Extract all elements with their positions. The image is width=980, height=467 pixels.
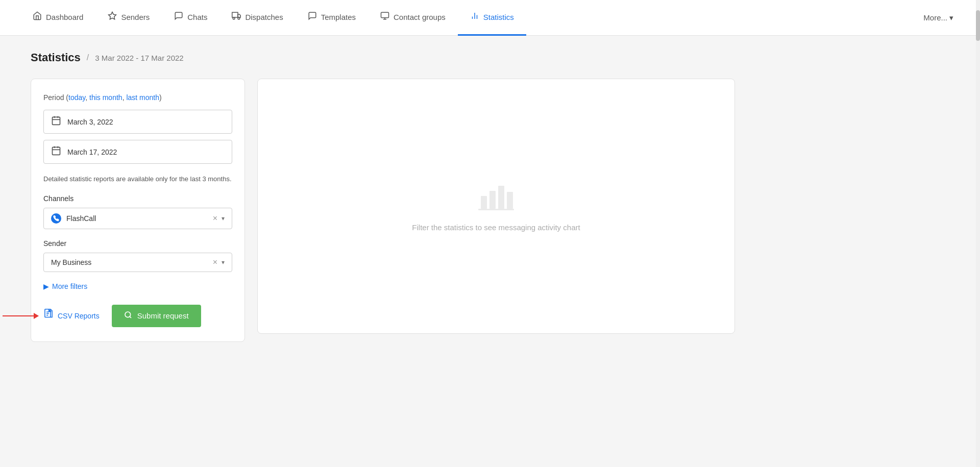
contact-groups-icon [380, 11, 389, 22]
nav-items-list: Dashboard Senders Chats Dispatches [20, 0, 917, 36]
sender-chevron-icon[interactable]: ▾ [222, 259, 225, 266]
more-filters-arrow-icon: ▶ [43, 282, 49, 290]
nav-item-dispatches[interactable]: Dispatches [219, 0, 295, 36]
right-panel: Filter the statistics to see messaging a… [257, 79, 735, 334]
svg-rect-11 [53, 117, 60, 125]
calendar-to-icon [51, 145, 61, 158]
nav-item-senders[interactable]: Senders [95, 0, 162, 36]
nav-label-templates: Templates [321, 13, 356, 21]
svg-point-4 [238, 17, 240, 19]
channels-label: Channels [43, 194, 232, 203]
period-last-month-link[interactable]: last month [126, 93, 159, 102]
dashboard-icon [33, 11, 42, 22]
empty-chart-text: Filter the statistics to see messaging a… [412, 223, 580, 232]
page-content: Statistics / 3 Mar 2022 - 17 Mar 2022 Pe… [0, 36, 766, 357]
sender-selected-value: My Business [51, 258, 208, 266]
top-navigation: Dashboard Senders Chats Dispatches [0, 0, 980, 36]
submit-label: Submit request [137, 311, 189, 320]
csv-reports-link[interactable]: CSV Reports [43, 309, 100, 323]
svg-rect-25 [481, 196, 487, 209]
bottom-actions: CSV Reports Submit request [43, 305, 232, 327]
dispatches-icon [232, 11, 241, 22]
svg-line-24 [130, 316, 131, 318]
more-filters-label: More filters [52, 282, 87, 290]
svg-point-23 [125, 312, 131, 317]
svg-rect-15 [53, 147, 60, 155]
period-this-month-link[interactable]: this month [89, 93, 122, 102]
nav-label-dispatches: Dispatches [245, 13, 283, 21]
main-layout: Period (today, this month, last month) M… [31, 79, 735, 342]
nav-item-chats[interactable]: Chats [162, 0, 219, 36]
nav-more-button[interactable]: More... ▾ [917, 13, 960, 22]
svg-rect-29 [478, 209, 514, 210]
date-from-input[interactable]: March 3, 2022 [43, 110, 232, 134]
nav-label-senders: Senders [121, 13, 150, 21]
arrow-indicator [3, 315, 38, 316]
search-icon [124, 311, 132, 321]
csv-reports-label: CSV Reports [58, 312, 100, 320]
svg-marker-0 [109, 12, 116, 19]
more-filters-toggle[interactable]: ▶ More filters [43, 282, 232, 290]
channel-selected-value: FlashCall [66, 214, 208, 223]
channels-select[interactable]: FlashCall × ▾ [43, 208, 232, 229]
date-to-input[interactable]: March 17, 2022 [43, 140, 232, 164]
svg-point-3 [233, 17, 235, 19]
svg-marker-2 [238, 14, 240, 17]
svg-rect-28 [507, 192, 513, 209]
scrollbar-track[interactable] [976, 0, 980, 357]
nav-label-chats: Chats [187, 13, 207, 21]
svg-rect-27 [498, 186, 504, 209]
left-panel: Period (today, this month, last month) M… [31, 79, 245, 342]
nav-item-templates[interactable]: Templates [296, 0, 368, 36]
scrollbar-thumb[interactable] [976, 10, 980, 41]
svg-rect-26 [489, 191, 496, 209]
breadcrumb-separator: / [87, 53, 89, 62]
flashcall-icon [51, 213, 61, 224]
sender-select[interactable]: My Business × ▾ [43, 253, 232, 272]
period-label: Period (today, this month, last month) [43, 93, 232, 102]
statistics-icon [470, 11, 479, 22]
channel-select-actions: × ▾ [213, 214, 225, 223]
date-from-value: March 3, 2022 [67, 118, 113, 126]
period-today-link[interactable]: today [68, 93, 85, 102]
nav-item-statistics[interactable]: Statistics [458, 0, 526, 36]
svg-rect-5 [381, 12, 389, 18]
nav-label-dashboard: Dashboard [46, 13, 83, 21]
chats-icon [174, 11, 183, 22]
breadcrumb-date: 3 Mar 2022 - 17 Mar 2022 [95, 54, 183, 62]
svg-rect-1 [232, 12, 238, 17]
templates-icon [308, 11, 317, 22]
submit-request-button[interactable]: Submit request [112, 305, 201, 327]
senders-icon [108, 11, 117, 22]
sender-label: Sender [43, 239, 232, 248]
nav-label-statistics: Statistics [483, 13, 514, 21]
page-header: Statistics / 3 Mar 2022 - 17 Mar 2022 [31, 51, 735, 64]
nav-item-contact-groups[interactable]: Contact groups [368, 0, 458, 36]
calendar-from-icon [51, 115, 61, 128]
nav-item-dashboard[interactable]: Dashboard [20, 0, 95, 36]
sender-select-actions: × ▾ [213, 258, 225, 266]
page-title: Statistics [31, 51, 81, 64]
period-text: Period ( [43, 93, 68, 102]
date-to-value: March 17, 2022 [67, 148, 117, 156]
empty-chart-icon [478, 181, 514, 213]
red-arrow [3, 315, 38, 316]
sender-clear-button[interactable]: × [213, 258, 217, 266]
channel-clear-button[interactable]: × [213, 214, 217, 223]
nav-more-label: More... [923, 13, 947, 22]
csv-icon [43, 309, 54, 323]
chevron-down-icon: ▾ [949, 13, 953, 22]
channel-chevron-icon[interactable]: ▾ [222, 215, 225, 222]
nav-label-contact-groups: Contact groups [394, 13, 446, 21]
info-text: Detailed statistic reports are available… [43, 174, 232, 184]
